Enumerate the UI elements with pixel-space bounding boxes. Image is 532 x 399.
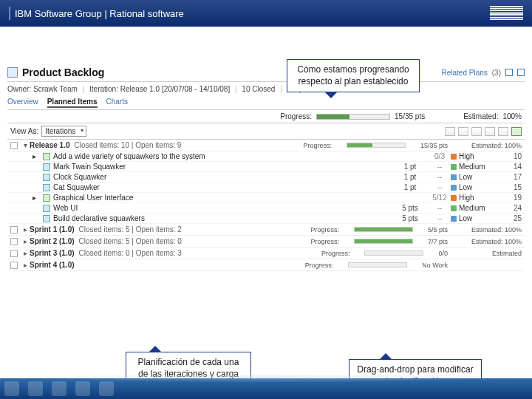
work-item-row[interactable]: ▸Graphical User Interface5/12High19: [7, 193, 525, 203]
story-icon: [43, 153, 50, 160]
group-summary: Closed items: 5 | Open items: 2: [79, 225, 182, 233]
callout-progress: Cómo estamos progresando respecto al pla…: [287, 59, 420, 92]
related-plans-link[interactable]: Related Plans: [442, 69, 488, 77]
group-progress-bar: [347, 143, 406, 148]
group-progress-value: 15/35 pts: [420, 142, 448, 149]
item-rank: 10: [502, 152, 522, 160]
edit-icon[interactable]: [505, 69, 513, 76]
workitem-icon: [43, 174, 50, 181]
plan-meta: Owner: Scrawk Team | Iteration: Release …: [7, 82, 525, 96]
group-name: Sprint 2 (1.0): [30, 237, 75, 245]
item-name: Web UI: [53, 204, 392, 212]
item-name: Graphical User Interface: [53, 194, 392, 202]
item-ratio: --: [429, 214, 451, 222]
group-progress-label: Progress:: [321, 250, 350, 257]
group-progress-label: Progress:: [310, 226, 339, 233]
title-row: Product Backlog Related Plans (3): [7, 33, 525, 82]
group-checkbox[interactable]: [10, 142, 18, 149]
item-priority: Medium: [451, 163, 502, 171]
expand-all-icon[interactable]: [445, 127, 455, 136]
add-item-icon[interactable]: [511, 127, 522, 136]
footer-icon: [52, 381, 66, 396]
item-priority: Low: [451, 173, 502, 181]
item-name: Cat Squawker: [53, 183, 392, 191]
item-ratio: --: [429, 173, 451, 181]
item-points: 5 pts: [392, 214, 429, 222]
item-rank: 25: [502, 214, 522, 222]
iteration-group[interactable]: ▸Sprint 3 (1.0)Closed items: 0 | Open it…: [7, 248, 525, 259]
item-name: Mark Twain Squawker: [53, 163, 392, 171]
item-priority: High: [451, 194, 502, 202]
item-priority: Low: [451, 183, 502, 191]
refresh-icon[interactable]: [498, 127, 508, 136]
header-divider: [9, 7, 10, 20]
columns-icon[interactable]: [485, 127, 495, 136]
footer-icon: [28, 381, 43, 396]
group-progress-label: Progress:: [303, 142, 332, 149]
group-progress-bar: [364, 250, 423, 256]
story-icon: [43, 194, 50, 202]
work-item-row[interactable]: Cat Squawker1 pt--Low15: [7, 183, 525, 193]
group-checkbox[interactable]: [10, 250, 18, 257]
item-ratio: 0/3: [429, 152, 451, 160]
group-checkbox[interactable]: [10, 262, 18, 269]
group-progress-value: 0/0: [438, 250, 448, 257]
group-checkbox[interactable]: [10, 238, 18, 245]
view-as-label: View As:: [10, 127, 38, 135]
item-points: 1 pt: [392, 183, 429, 191]
item-priority: Low: [451, 214, 502, 222]
item-ratio: --: [429, 204, 451, 212]
priority-icon: [451, 164, 457, 170]
group-summary: Closed items: 0 | Open items: 3: [79, 249, 182, 257]
work-item-row[interactable]: Mark Twain Squawker1 pt--Medium14: [7, 162, 525, 172]
filter-icon[interactable]: [471, 127, 482, 136]
workitem-icon: [43, 205, 50, 212]
twistie-icon[interactable]: ▸: [22, 249, 28, 257]
tab-planned-items[interactable]: Planned Items: [47, 98, 98, 108]
view-as-select[interactable]: Iterations: [41, 126, 86, 137]
item-rank: 19: [502, 194, 522, 202]
group-name: Sprint 3 (1.0): [30, 249, 75, 257]
collapse-all-icon[interactable]: [458, 127, 468, 136]
group-checkbox[interactable]: [10, 226, 18, 233]
twistie-icon[interactable]: ▸: [22, 237, 28, 245]
iteration-group[interactable]: ▸Sprint 4 (1.0)Progress:No Work: [7, 259, 525, 271]
tab-overview[interactable]: Overview: [7, 98, 38, 108]
work-item-row[interactable]: ▸Add a wide variety of squawkers to the …: [7, 151, 525, 162]
group-estimated: Estimated: 100%: [463, 226, 522, 233]
priority-icon: [451, 216, 457, 222]
footer-bar: [0, 378, 532, 399]
group-progress-bar: [354, 239, 413, 244]
overall-progress-bar: [316, 114, 390, 120]
twistie-icon[interactable]: ▸: [22, 225, 28, 233]
group-progress-label: Progress:: [305, 262, 334, 269]
view-toolbar: View As: Iterations: [7, 123, 525, 140]
group-name: Release 1.0: [30, 141, 70, 149]
header-title: IBM Software Group | Rational software: [15, 8, 184, 19]
item-priority: High: [451, 152, 502, 160]
iteration-group[interactable]: ▸Sprint 2 (1.0)Closed items: 5 | Open it…: [7, 236, 525, 248]
twistie-icon[interactable]: ▸: [22, 261, 28, 269]
priority-icon: [451, 205, 457, 211]
tab-charts[interactable]: Charts: [106, 98, 128, 108]
iteration-group[interactable]: ▸Sprint 1 (1.0)Closed items: 5 | Open it…: [7, 224, 525, 236]
twistie-icon[interactable]: ▾: [22, 141, 28, 149]
group-name: Sprint 4 (1.0): [30, 261, 75, 269]
item-priority: Medium: [451, 204, 502, 212]
work-item-row[interactable]: Build declarative squawkers5 pts--Low25: [7, 214, 525, 224]
priority-icon: [451, 154, 457, 160]
link-icon[interactable]: [517, 69, 525, 76]
status-bar: Progress: 15/35 pts Estimated: 100%: [7, 109, 525, 123]
work-item-row[interactable]: Clock Squawker1 pt--Low17: [7, 172, 525, 183]
work-item-row[interactable]: Web UI5 pts--Medium24: [7, 203, 525, 214]
estimated-value: 100%: [502, 112, 522, 120]
group-estimated: Estimated: [463, 250, 522, 257]
workitem-icon: [43, 184, 50, 191]
workitem-icon: [43, 163, 50, 171]
related-plans-count: (3): [492, 69, 501, 77]
footer-icon: [4, 381, 19, 396]
item-rank: 15: [502, 183, 522, 191]
progress-value: 15/35 pts: [395, 112, 425, 120]
iteration-group[interactable]: ▾Release 1.0Closed items: 10 | Open item…: [7, 140, 525, 151]
group-progress-value: 7/7 pts: [428, 238, 448, 245]
